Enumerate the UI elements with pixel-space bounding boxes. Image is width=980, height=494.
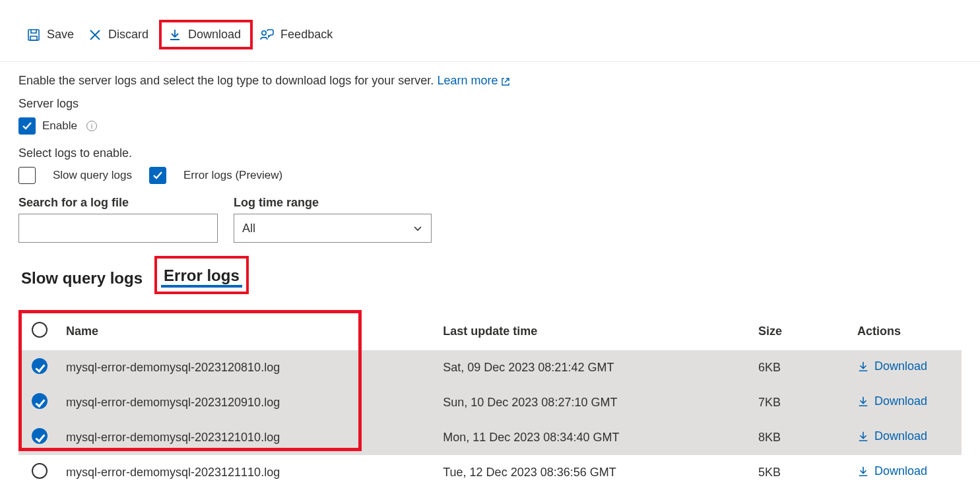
tab-slow-query-logs[interactable]: Slow query logs (18, 266, 145, 294)
row-updated: Mon, 11 Dec 2023 08:34:40 GMT (435, 420, 750, 455)
select-logs-title: Select logs to enable. (18, 146, 962, 160)
error-logs-checkbox[interactable] (149, 167, 166, 184)
table-row[interactable]: mysql-error-demomysql-2023120910.logSun,… (18, 385, 962, 420)
row-download-label: Download (874, 359, 927, 373)
col-header-actions: Actions (849, 313, 962, 350)
download-icon (857, 431, 869, 443)
slow-logs-label: Slow query logs (53, 169, 132, 182)
search-input[interactable] (18, 214, 218, 243)
feedback-icon (259, 28, 274, 42)
row-download-link[interactable]: Download (857, 359, 927, 373)
save-icon (27, 28, 40, 42)
chevron-down-icon (412, 223, 423, 233)
tabs: Slow query logs Error logs (18, 256, 962, 294)
timerange-select[interactable]: All (234, 214, 432, 243)
row-size: 7KB (750, 385, 849, 420)
tab-error-logs[interactable]: Error logs (154, 256, 249, 294)
row-download-link[interactable]: Download (857, 394, 927, 408)
logs-table: Name Last update time Size Actions mysql… (18, 313, 962, 490)
learn-more-link[interactable]: Learn more (437, 74, 510, 87)
download-icon (168, 28, 181, 42)
row-name: mysql-error-demomysql-2023120910.log (58, 385, 435, 420)
col-header-name[interactable]: Name (58, 313, 435, 350)
row-download-link[interactable]: Download (857, 429, 927, 443)
row-name: mysql-error-demomysql-2023121110.log (58, 455, 435, 490)
description-text: Enable the server logs and select the lo… (18, 74, 434, 87)
row-download-link[interactable]: Download (857, 464, 927, 478)
save-button[interactable]: Save (23, 25, 82, 44)
row-download-label: Download (874, 394, 927, 408)
feedback-label: Feedback (280, 28, 333, 42)
row-select-checkbox[interactable] (32, 393, 48, 409)
enable-checkbox[interactable] (18, 117, 36, 135)
description: Enable the server logs and select the lo… (18, 74, 962, 88)
col-header-size[interactable]: Size (750, 313, 849, 350)
slow-logs-checkbox[interactable] (18, 167, 36, 184)
col-header-updated[interactable]: Last update time (435, 313, 750, 350)
row-size: 8KB (750, 420, 849, 455)
row-updated: Sun, 10 Dec 2023 08:27:10 GMT (435, 385, 750, 420)
timerange-label: Log time range (234, 196, 432, 210)
row-select-checkbox[interactable] (32, 428, 48, 444)
external-link-icon (501, 76, 510, 86)
row-download-label: Download (874, 429, 927, 443)
row-name: mysql-error-demomysql-2023121010.log (58, 420, 435, 455)
feedback-button[interactable]: Feedback (255, 25, 341, 44)
close-icon (88, 28, 102, 42)
toolbar: Save Discard Download Feedback (0, 0, 980, 62)
enable-label: Enable (42, 119, 77, 133)
row-updated: Sat, 09 Dec 2023 08:21:42 GMT (435, 350, 750, 385)
learn-more-text: Learn more (437, 74, 498, 87)
row-download-label: Download (874, 464, 927, 478)
row-select-checkbox[interactable] (32, 358, 48, 374)
select-all-checkbox[interactable] (32, 322, 48, 338)
discard-button[interactable]: Discard (84, 25, 156, 44)
server-logs-title: Server logs (18, 97, 962, 111)
svg-point-1 (262, 30, 266, 34)
download-icon (857, 361, 869, 373)
table-row[interactable]: mysql-error-demomysql-2023121110.logTue,… (18, 455, 962, 490)
info-icon[interactable]: i (86, 121, 97, 131)
save-label: Save (47, 28, 74, 42)
row-select-checkbox[interactable] (32, 463, 48, 479)
row-size: 6KB (750, 350, 849, 385)
table-row[interactable]: mysql-error-demomysql-2023121010.logMon,… (18, 420, 962, 455)
row-updated: Tue, 12 Dec 2023 08:36:56 GMT (435, 455, 750, 490)
download-label: Download (188, 28, 241, 42)
discard-label: Discard (108, 28, 148, 42)
download-button[interactable]: Download (159, 20, 253, 49)
table-row[interactable]: mysql-error-demomysql-2023120810.logSat,… (18, 350, 962, 385)
download-icon (857, 466, 869, 478)
error-logs-label: Error logs (Preview) (183, 169, 282, 182)
row-name: mysql-error-demomysql-2023120810.log (58, 350, 435, 385)
download-icon (857, 396, 869, 408)
timerange-value: All (242, 222, 255, 235)
search-label: Search for a log file (18, 196, 218, 210)
row-size: 5KB (750, 455, 849, 490)
